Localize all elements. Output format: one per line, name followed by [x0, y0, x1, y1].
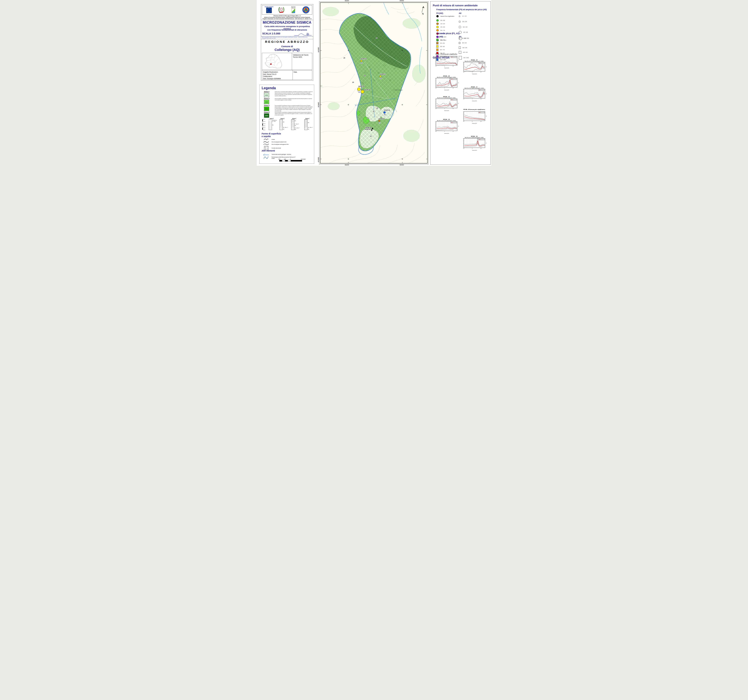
legend-item-label: Orlo di scarpata morfologica10-20m	[269, 144, 289, 145]
scale-row: SCALA 1:5.000	[262, 32, 312, 36]
svg-text:1: 1	[444, 66, 445, 67]
grid-coordinate: 4633000	[318, 157, 319, 162]
svg-text:1: 1	[463, 119, 464, 120]
legend-item-label: Traccia delle sezioni geologico - tecnic…	[269, 154, 291, 155]
zona-entry: Zona 2 2002 Zona suscettibile di amplifi…	[264, 98, 313, 104]
svg-text:1: 1	[463, 97, 464, 97]
zona-entry: Zona 3 2003 Zona suscettibile di amplifi…	[264, 105, 313, 112]
svg-text:B1: B1	[295, 129, 296, 130]
svg-text:2: 2	[463, 69, 464, 70]
chart-plot: 0123456780.1110Average H/Vfrequency [Hz]…	[462, 62, 487, 75]
svg-text:8: 8	[463, 111, 464, 112]
chart-title: HVSR – 29	[434, 119, 459, 120]
svg-text:8: 8	[435, 56, 436, 56]
svg-text:0.1: 0.1	[435, 108, 436, 109]
legend-row-label: 5.0 - 7.4	[438, 49, 444, 50]
legend-row: 1.0 - 2.4	[436, 42, 444, 44]
legend-row-label: 5.0 - 10.0	[462, 57, 469, 58]
noise-panel: Punti di misura di rumore ambientale Fre…	[430, 1, 491, 164]
svg-text:E5: E5	[295, 120, 296, 121]
svg-text:frequency [Hz]: frequency [Hz]	[472, 123, 477, 124]
chart-title: HVSR – 20	[434, 75, 459, 77]
svg-text:0.1: 0.1	[463, 148, 464, 149]
repubblica-italiana-emblem	[278, 6, 285, 14]
hvsr-chart-h19: HVSR – 19Max. H/V at 15.0 ± 1.77 Hz. (In…	[462, 59, 487, 75]
legend-row: 2.5 - 4.9	[436, 26, 445, 28]
chart-title: HVSR –28 (nessun picco significativo)	[462, 109, 487, 110]
zona-name: Zona 3	[264, 105, 275, 107]
svg-text:7: 7	[435, 57, 436, 58]
svg-text:Average H/V: Average H/V	[480, 112, 484, 113]
scale-label: SCALA 1:5.000	[262, 32, 280, 35]
legend-symbol	[459, 51, 461, 54]
svg-text:Average H/V: Average H/V	[453, 99, 456, 100]
chart-title: HVSR – 19	[462, 59, 487, 61]
legend-symbol	[436, 29, 439, 32]
depth-ruler: 0 m10 m 20 m30 m 40 m50 m	[262, 119, 265, 130]
svg-text:E3: E3	[283, 122, 284, 122]
svg-text:H/V: H/V	[458, 82, 459, 84]
zona-description: Zona suscettibile di amplificazione stra…	[275, 111, 313, 118]
svg-text:7: 7	[463, 139, 464, 140]
zona-name: Zona 4	[264, 111, 275, 113]
chart-plot: 0123456780.1110Average H/Vfrequency [Hz]…	[434, 121, 459, 134]
svg-text:4: 4	[463, 143, 464, 143]
hvsr-chart-h18: HVSR - 18 (nessun picco significativo)01…	[434, 53, 459, 68]
soggetto-line: Geol. Giuseppe GERMANI	[263, 78, 292, 80]
svg-text:1: 1	[463, 146, 464, 147]
validation-label: Validazione del Tavolo Tecnico MZS	[292, 53, 312, 70]
svg-text:1: 1	[444, 131, 445, 132]
chart-plot: 0123456780.1110Average H/Vfrequency [Hz]…	[434, 56, 459, 68]
legend-row-label: 3.0 - 3.9	[461, 47, 467, 49]
svg-text:6: 6	[463, 113, 464, 114]
altri-title: Altri elementi	[261, 149, 275, 152]
svg-text:2: 2	[435, 63, 436, 64]
chart-subtitle: Max. H/V at 2.16 ± 0.79 Hz. (In the rang…	[434, 120, 459, 121]
orlo-fluviale-icon	[263, 141, 269, 143]
grid-coordinate: 4635000	[318, 47, 319, 52]
zone-label-Z3: Z3	[352, 81, 354, 83]
svg-text:3: 3	[463, 117, 464, 118]
legend-row-label: 3.0 - 3.9	[461, 26, 467, 28]
chart-plot: 0123456780.1110Average H/Vfrequency [Hz]…	[434, 99, 459, 111]
svg-text:5: 5	[435, 59, 436, 60]
svg-text:4: 4	[435, 82, 436, 83]
svg-text:6: 6	[435, 123, 436, 124]
svg-text:ABRUZZO: ABRUZZO	[291, 7, 296, 8]
hvsr-point-label: HVSR 30	[365, 89, 371, 91]
hvsr-point-value: 4,1	[360, 62, 363, 64]
hvsr-point-label: HVSR 19	[384, 110, 390, 111]
svg-text:10: 10	[480, 72, 481, 72]
svg-text:1: 1	[435, 129, 436, 130]
svg-text:7: 7	[463, 112, 464, 113]
hvsr-point-value: 15	[384, 114, 386, 116]
legend-symbol	[436, 15, 439, 17]
region-title: REGIONE ABRUZZO	[261, 40, 313, 44]
svg-text:REGIONE: REGIONE	[291, 6, 295, 7]
svg-text:3: 3	[435, 127, 436, 128]
logo-strip: UNIONE EUROPEA REGIONE ABRUZZO	[262, 5, 312, 15]
svg-text:0 m: 0 m	[263, 119, 265, 120]
svg-text:H/V: H/V	[486, 93, 487, 94]
svg-text:8: 8	[435, 121, 436, 122]
chart-title: HVSR – 23	[434, 96, 459, 97]
legend-symbol	[459, 56, 462, 59]
hvsr-point-value: 4,2	[358, 91, 360, 93]
svg-text:3: 3	[435, 104, 436, 105]
svg-text:2: 2	[463, 96, 464, 96]
svg-text:10: 10	[453, 131, 454, 132]
soggetto-line: Geol. Nicola TULLO	[263, 73, 292, 76]
legend-item-label: Conoide alluvionale	[269, 148, 281, 149]
chart-plot: 0123456780.1110Average H/Vfrequency [Hz]…	[434, 78, 459, 90]
svg-text:2: 2	[463, 118, 464, 119]
svg-text:0.1: 0.1	[435, 88, 436, 88]
svg-text:0.1: 0.1	[463, 72, 464, 72]
svg-text:H/V: H/V	[486, 116, 487, 117]
svg-text:2: 2	[435, 105, 436, 106]
svg-text:20 m: 20 m	[263, 123, 265, 124]
noise-panel-subtitle: Frequenza fondamentale (F0) ed ampiezza …	[436, 9, 487, 11]
svg-text:6: 6	[463, 64, 464, 65]
legend-row: 1.1 - 1.9	[459, 15, 466, 17]
svg-text:10 m: 10 m	[263, 121, 265, 122]
hvsr-point-value: 2,1	[379, 122, 380, 123]
